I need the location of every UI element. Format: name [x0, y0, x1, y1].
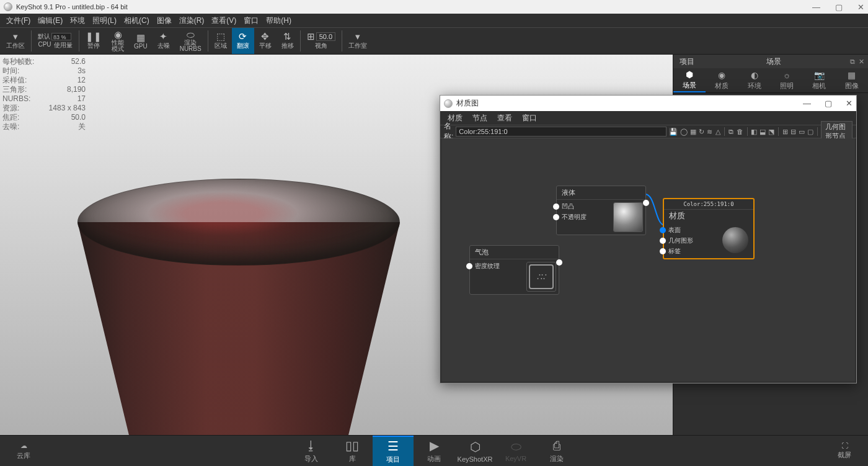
- close-panel-icon[interactable]: ✕: [859, 58, 864, 66]
- port-dot[interactable]: [553, 214, 559, 220]
- screenshot-button[interactable]: ⛶截屏: [827, 436, 862, 467]
- minimize-button[interactable]: —: [812, 2, 820, 12]
- tab-lighting[interactable]: ☼照明: [771, 68, 803, 92]
- copy-icon[interactable]: ⧉: [728, 127, 734, 137]
- performance-button[interactable]: ◉性能 模式: [107, 28, 129, 54]
- keyvr-button[interactable]: ⬭KeyVR: [495, 436, 536, 467]
- gpu-button[interactable]: ▦GPU: [129, 28, 153, 54]
- import-button[interactable]: ⭳导入: [291, 436, 332, 467]
- output-port[interactable]: [643, 200, 649, 206]
- tool-icon-9[interactable]: ⊞: [782, 127, 788, 137]
- window-title: KeyShot 9.1 Pro - untitled.bip - 64 bit: [16, 3, 128, 11]
- environment-icon: ◐: [751, 70, 758, 80]
- studio-button[interactable]: ▾工作室: [343, 28, 372, 54]
- keyshotxr-button[interactable]: ⬡KeyShotXR: [454, 436, 495, 467]
- tool-icon-12[interactable]: ▢: [807, 127, 813, 137]
- port-geom: 几何图形: [668, 236, 693, 245]
- nurbs-button[interactable]: ⬭渲染 NURBS: [175, 28, 206, 54]
- project-tab[interactable]: 项目: [673, 56, 701, 67]
- port-dot[interactable]: [466, 263, 472, 269]
- project-button[interactable]: ☰项目: [373, 436, 414, 467]
- menu-edit[interactable]: 编辑(E): [34, 14, 66, 27]
- pause-button[interactable]: ❚❚暂停: [81, 28, 107, 54]
- node-mat-title: 材质: [664, 210, 753, 223]
- output-port[interactable]: [556, 259, 562, 266]
- port-bump: 凹凸: [562, 202, 574, 211]
- delete-icon[interactable]: 🗑: [737, 127, 743, 137]
- menu-render[interactable]: 渲染(R): [175, 14, 208, 27]
- dialog-maximize-button[interactable]: ▢: [825, 99, 832, 108]
- menu-environment[interactable]: 环境: [66, 14, 89, 27]
- tool-icon-5[interactable]: △: [715, 127, 720, 137]
- dialog-toolbar: 名称: Color:255:191:0 💾 ◯ ▦ ↻ ≋ △ ⧉ 🗑 ◧ ⬓ …: [440, 125, 856, 138]
- fov-button[interactable]: ⊞50.0 视角: [302, 28, 340, 54]
- tool-icon-11[interactable]: ▭: [799, 127, 805, 137]
- menu-window[interactable]: 窗口: [240, 14, 262, 27]
- dolly-button[interactable]: ⇅推移: [277, 28, 299, 54]
- menu-image[interactable]: 图像: [153, 14, 175, 27]
- region-button[interactable]: ⬚区域: [210, 28, 232, 54]
- port-dot[interactable]: [660, 227, 666, 233]
- node-bubble[interactable]: 气泡 密度纹理: [469, 245, 559, 295]
- node-material-output[interactable]: Color:255:191:0 材质 表面 几何图形 标签: [663, 198, 755, 259]
- close-button[interactable]: ✕: [857, 2, 864, 12]
- stats-hud: 每秒帧数:52.6 时间:3s 采样值:12 三角形:8,190 NURBS:1…: [2, 57, 86, 132]
- dialog-menu-node[interactable]: 节点: [467, 113, 492, 123]
- node-liquid-title: 液体: [557, 186, 645, 200]
- library-icon: ▯▯: [345, 438, 359, 453]
- port-dot[interactable]: [660, 238, 666, 244]
- material-preview-sphere: [722, 227, 748, 253]
- maximize-button[interactable]: ▢: [835, 2, 843, 12]
- node-mat-smalltitle: Color:255:191:0: [664, 199, 753, 210]
- dialog-menu-window[interactable]: 窗口: [517, 113, 542, 123]
- tab-material[interactable]: ◉材质: [706, 68, 738, 92]
- workspace-button[interactable]: ▾工作区: [1, 28, 30, 54]
- pan-button[interactable]: ✥平移: [254, 28, 277, 54]
- screenshot-icon: ⛶: [841, 442, 848, 449]
- tool-icon-2[interactable]: ▦: [690, 127, 696, 137]
- material-name-input[interactable]: Color:255:191:0: [456, 127, 666, 137]
- menu-help[interactable]: 帮助(H): [262, 14, 295, 27]
- tool-icon-8[interactable]: ⬔: [768, 127, 774, 137]
- library-button[interactable]: ▯▯库: [332, 436, 373, 467]
- tool-icon-4[interactable]: ≋: [707, 127, 712, 137]
- tool-icon-1[interactable]: ◯: [680, 127, 688, 137]
- port-dot[interactable]: [553, 204, 559, 210]
- dialog-minimize-button[interactable]: —: [803, 99, 811, 108]
- tool-icon-3[interactable]: ↻: [699, 127, 704, 137]
- node-graph-canvas[interactable]: 液体 凹凸 不透明度 气泡 密度纹理: [441, 138, 855, 382]
- cpu-usage-button[interactable]: 默认83 % CPU使用量: [33, 28, 78, 54]
- port-opacity: 不透明度: [562, 213, 587, 222]
- port-dot[interactable]: [660, 248, 666, 254]
- render-button[interactable]: ⎙渲染: [536, 436, 577, 467]
- tool-icon-6[interactable]: ◧: [751, 127, 757, 137]
- bottom-bar: ☁云库 ⭳导入 ▯▯库 ☰项目 ▶动画 ⬡KeyShotXR ⬭KeyVR ⎙渲…: [0, 435, 868, 466]
- menu-view[interactable]: 查看(V): [208, 14, 240, 27]
- material-graph-dialog: 材质图 — ▢ ✕ 材质 节点 查看 窗口 名称: Color:255:191:…: [440, 95, 857, 383]
- undock-icon[interactable]: ⧉: [850, 58, 855, 66]
- dialog-close-button[interactable]: ✕: [846, 99, 852, 108]
- tab-scene[interactable]: ⬢场景: [673, 68, 706, 92]
- menu-file[interactable]: 文件(F): [2, 14, 34, 27]
- tab-image[interactable]: ▦图像: [836, 68, 868, 92]
- cloud-library-button[interactable]: ☁云库: [6, 436, 41, 467]
- dialog-titlebar[interactable]: 材质图 — ▢ ✕: [440, 96, 856, 111]
- tab-environment[interactable]: ◐环境: [738, 68, 771, 92]
- menu-camera[interactable]: 相机(C): [120, 14, 153, 27]
- denoise-button[interactable]: ✦去噪: [153, 28, 175, 54]
- node-liquid[interactable]: 液体 凹凸 不透明度: [556, 186, 646, 235]
- tumble-icon: ⟳: [239, 32, 247, 41]
- tab-camera[interactable]: 📷相机: [803, 68, 835, 92]
- tumble-button[interactable]: ⟳翻滚: [232, 28, 254, 54]
- tool-icon-7[interactable]: ⬓: [760, 127, 766, 137]
- scene-icon: ⬢: [686, 69, 693, 79]
- dialog-menu-view[interactable]: 查看: [492, 113, 517, 123]
- port-label: 标签: [668, 247, 681, 256]
- animation-button[interactable]: ▶动画: [414, 436, 454, 467]
- menu-lighting[interactable]: 照明(L): [89, 14, 120, 27]
- lighting-icon: ☼: [783, 70, 791, 80]
- save-icon[interactable]: 💾: [669, 127, 678, 137]
- cpu-usage-value: 83 %: [52, 34, 66, 40]
- tool-icon-10[interactable]: ⊟: [790, 127, 796, 137]
- fov-value[interactable]: 50.0: [316, 32, 335, 41]
